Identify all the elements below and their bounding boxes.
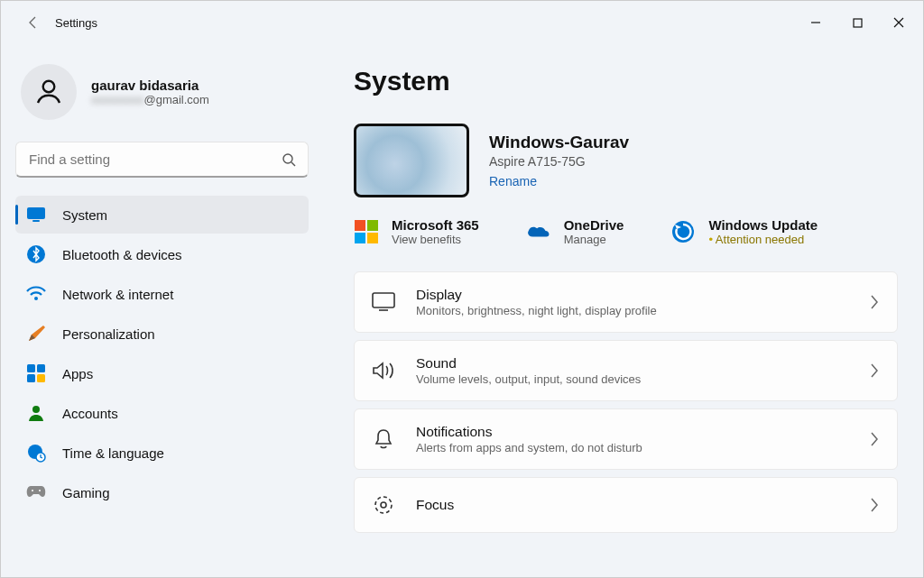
nav: System Bluetooth & devices Network & int… [15,196,309,511]
svg-rect-9 [27,374,35,382]
nav-item-label: Gaming [62,485,110,500]
svg-point-1 [43,81,55,93]
person-icon [26,403,46,423]
apps-icon [26,363,46,383]
svg-rect-7 [27,364,35,372]
card-sound[interactable]: Sound Volume levels, output, input, soun… [354,340,898,401]
chevron-right-icon [870,498,879,512]
minimize-button[interactable] [795,5,836,41]
search-icon [282,152,296,167]
pill-title: OneDrive [564,217,624,233]
back-button[interactable] [15,5,51,41]
search-input[interactable] [15,142,309,178]
card-sub: Alerts from apps and system, do not dist… [416,441,642,454]
card-title: Notifications [416,424,642,440]
chevron-right-icon [870,295,879,309]
wifi-icon [26,284,46,304]
pill-sub: Attention needed [708,233,818,246]
focus-icon [371,492,396,518]
chevron-right-icon [870,363,879,378]
main: System Windows-Gaurav Aspire A715-75G Re… [321,44,923,577]
microsoft-icon [354,219,379,244]
page-title: System [354,66,898,96]
svg-rect-21 [373,293,394,307]
search-box [15,142,309,178]
nav-item-label: System [62,207,107,223]
nav-time-language[interactable]: Time & language [15,434,309,472]
svg-rect-19 [367,233,378,243]
user-name: gaurav bidasaria [91,78,209,93]
card-title: Focus [416,497,454,513]
pill-title: Windows Update [708,217,818,233]
card-sub: Volume levels, output, input, sound devi… [416,372,641,386]
update-icon [670,219,696,244]
nav-gaming[interactable]: Gaming [15,473,309,511]
onedrive-icon [526,219,551,244]
service-pills: Microsoft 365 View benefits OneDrive Man… [354,217,898,246]
device-name: Windows-Gaurav [489,133,629,152]
pill-microsoft365[interactable]: Microsoft 365 View benefits [354,217,479,246]
bluetooth-icon [26,244,46,264]
svg-point-2 [283,154,292,163]
device-block: Windows-Gaurav Aspire A715-75G Rename [354,124,898,197]
user-block[interactable]: gaurav bidasaria xxxxxxxxx@gmail.com [15,51,321,142]
window-title: Settings [55,16,97,30]
svg-rect-17 [367,220,378,231]
nav-accounts[interactable]: Accounts [15,394,309,432]
card-notifications[interactable]: Notifications Alerts from apps and syste… [354,408,898,470]
svg-point-22 [375,497,392,513]
pill-title: Microsoft 365 [392,217,479,233]
nav-item-label: Bluetooth & devices [62,247,182,262]
nav-bluetooth[interactable]: Bluetooth & devices [15,235,309,273]
svg-point-6 [34,297,38,300]
svg-rect-16 [355,220,365,231]
svg-point-14 [32,490,33,491]
system-icon [26,205,46,225]
window-controls [795,5,919,41]
pill-sub: Manage [564,233,624,246]
titlebar: Settings [1,1,923,44]
nav-personalization[interactable]: Personalization [15,315,309,353]
device-thumbnail [354,124,469,197]
brush-icon [26,324,46,344]
display-icon [371,289,396,315]
card-title: Sound [416,355,641,372]
globe-clock-icon [26,443,46,463]
svg-point-11 [32,406,40,413]
bell-icon [371,427,396,452]
svg-point-15 [39,490,41,491]
avatar [21,64,77,120]
rename-link[interactable]: Rename [489,174,629,188]
svg-rect-10 [37,374,45,382]
chevron-right-icon [870,432,879,446]
pill-sub: View benefits [392,233,479,246]
svg-rect-4 [32,220,40,222]
nav-system[interactable]: System [15,196,309,234]
sidebar: gaurav bidasaria xxxxxxxxx@gmail.com Sys… [1,44,321,577]
svg-point-23 [381,502,386,508]
card-display[interactable]: Display Monitors, brightness, night ligh… [354,271,898,333]
device-model: Aspire A715-75G [489,154,629,169]
nav-item-label: Personalization [62,326,155,342]
user-email: xxxxxxxxx@gmail.com [91,93,209,106]
nav-item-label: Time & language [62,445,164,461]
sound-icon [371,358,396,383]
card-title: Display [416,287,657,303]
card-focus[interactable]: Focus [354,477,898,533]
nav-item-label: Accounts [62,406,118,421]
nav-item-label: Apps [62,366,93,381]
pill-onedrive[interactable]: OneDrive Manage [526,217,624,246]
svg-rect-8 [37,364,45,372]
nav-apps[interactable]: Apps [15,354,309,392]
maximize-button[interactable] [836,5,878,41]
gamepad-icon [26,482,46,502]
settings-cards: Display Monitors, brightness, night ligh… [354,271,898,533]
card-sub: Monitors, brightness, night light, displ… [416,304,657,317]
svg-rect-18 [355,233,365,243]
svg-rect-0 [854,19,862,27]
nav-network[interactable]: Network & internet [15,275,309,313]
close-button[interactable] [878,5,919,41]
svg-rect-3 [27,207,45,219]
nav-item-label: Network & internet [62,287,173,302]
pill-windowsupdate[interactable]: Windows Update Attention needed [670,217,818,246]
